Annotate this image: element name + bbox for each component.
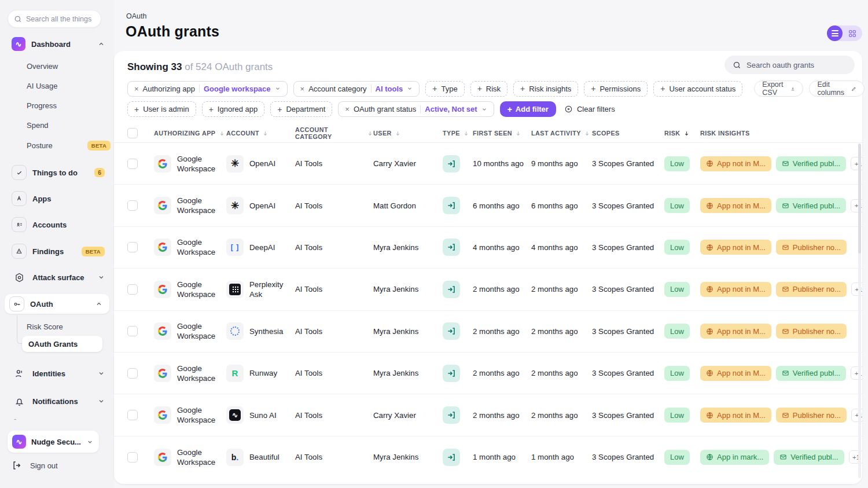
todo-count-badge: 6 [94,168,105,177]
filter-chip-oauth-grant-status[interactable]: × OAuth grant status Active, Not set [338,101,494,117]
column-header-account[interactable]: Account [226,130,295,137]
remove-filter-icon[interactable]: × [300,85,305,93]
row-checkbox[interactable] [127,368,138,379]
sidebar-item-findings[interactable]: Findings BETA [0,243,114,260]
table-row[interactable]: Google Workspace [ ] DeepAI AI Tools Myr… [114,227,862,269]
sidebar-item-things-to-do[interactable]: Things to do 6 [0,164,114,181]
authorizing-app-logo-icon [154,322,171,340]
remove-filter-icon[interactable]: × [134,85,139,93]
column-header-scopes[interactable]: Scopes [592,130,664,137]
add-filter-chip-department[interactable]: +Department [270,101,332,117]
filter-chip-authorizing-app[interactable]: × Authorizing app Google workspace [127,81,288,97]
beta-badge: BETA [87,141,111,151]
sidebar-item-attack-surface[interactable]: Attack surface [0,269,114,286]
vertical-scrollbar[interactable] [858,144,861,478]
sidebar-item-overview[interactable]: Overview [27,57,108,75]
sidebar-item-oauth-grants[interactable]: OAuth Grants [22,336,102,352]
table-row[interactable]: Google Workspace Perplexity Ask AI Tools… [114,269,862,310]
global-search-input[interactable] [26,15,93,23]
table-search-input[interactable] [746,61,839,69]
add-filter-chip-permissions[interactable]: +Permissions [584,81,648,97]
select-all-checkbox[interactable] [127,128,138,138]
sidebar-item-notifications[interactable]: Notifications [0,392,114,410]
add-filter-chip-user-account-status[interactable]: +User account status [653,81,742,97]
sidebar-item-identities[interactable]: Identities [0,365,114,382]
sign-out-icon [12,460,22,471]
page-title: OAuth grants [126,23,219,40]
column-header-user[interactable]: User [373,130,443,137]
beta-badge: BETA [82,247,105,256]
table-row[interactable]: Google Workspace ✳ OpenAI AI Tools Matt … [114,185,862,226]
user-name: Myra Jenkins [373,368,443,378]
add-filter-button[interactable]: +Add filter [500,101,556,117]
authorizing-app-name: Google Workspace [177,196,222,215]
row-checkbox[interactable] [127,242,138,252]
risk-insight-badge: App not in M... [700,366,771,381]
chevron-up-icon [98,41,105,47]
row-checkbox[interactable] [127,326,138,336]
account-name: Beautiful [249,452,279,462]
scopes-granted: 3 Scopes Granted [592,369,664,377]
add-filter-chip-risk-insights[interactable]: +Risk insights [513,81,578,97]
export-csv-button[interactable]: Export CSV [754,80,803,97]
row-checkbox[interactable] [127,284,138,295]
sidebar-item-progress[interactable]: Progress [27,97,108,114]
row-checkbox[interactable] [127,452,138,463]
key-icon [9,296,24,311]
risk-insights: App not in M...Publisher no... [700,324,854,339]
table-row[interactable]: Google Workspace b. Beautiful AI Tools M… [114,436,862,478]
account-name: Runway [249,368,277,378]
sort-down-icon [515,130,521,137]
table-row[interactable]: Google Workspace Synthesia AI Tools Myra… [114,311,862,353]
row-checkbox[interactable] [127,410,138,420]
sidebar-item-oauth[interactable]: OAuth [5,294,109,314]
sidebar-item-ai-usage[interactable]: AI Usage [27,77,108,94]
sidebar-item-apps[interactable]: Apps [0,190,114,207]
list-view-button[interactable] [827,25,843,41]
sign-out-button[interactable]: Sign out [12,460,58,471]
add-filter-chip-risk[interactable]: +Risk [470,81,507,97]
scopes-granted: 3 Scopes Granted [592,411,664,420]
add-filter-chip-ignored-app[interactable]: +Ignored app [202,101,265,117]
filter-chip-account-category[interactable]: × Account category AI tools [293,81,420,97]
grid-view-button[interactable] [843,29,862,38]
table-row[interactable]: Google Workspace R Runway AI Tools Myra … [114,353,862,394]
risk-insight-badge: Verified publ... [776,198,846,213]
sign-in-type-icon [443,197,460,214]
org-switcher[interactable]: ∿ Nudge Secu... [8,431,99,453]
row-checkbox[interactable] [127,200,138,211]
sidebar-item-spend[interactable]: Spend [27,116,108,134]
add-filter-chip-user-is-admin[interactable]: +User is admin [127,101,196,117]
first-seen: 2 months ago [473,327,531,336]
sign-in-type-icon [443,406,460,424]
bell-icon [12,396,27,407]
column-header-first-seen[interactable]: First seen [473,130,531,137]
sidebar-item-dashboard[interactable]: ∿ Dashboard [0,35,114,53]
remove-filter-icon[interactable]: × [345,105,350,113]
sidebar-item-posture[interactable]: Posture BETA [27,137,105,154]
sidebar-item-risk-score[interactable]: Risk Score [27,318,108,335]
column-header-account-category[interactable]: Account category [295,126,373,140]
authorizing-app-name: Google Workspace [177,280,222,299]
column-header-type[interactable]: Type [443,130,473,137]
last-activity: 2 months ago [531,411,592,420]
risk-insight-badge: Verified publ... [776,156,846,171]
row-checkbox[interactable] [127,159,138,169]
table-row[interactable]: Google Workspace ∿ Suno AI AI Tools Carr… [114,394,862,436]
global-search[interactable] [8,10,101,28]
column-header-risk[interactable]: Risk [664,130,700,137]
table-row[interactable]: Google Workspace ✳ OpenAI AI Tools Carry… [114,143,862,185]
edit-columns-button[interactable]: Edit columns [809,80,865,97]
add-filter-chip-type[interactable]: +Type [425,81,464,97]
download-icon [790,85,795,93]
risk-badge: Low [664,408,690,423]
clear-circle-icon [564,105,573,113]
column-header-authorizing-app[interactable]: Authorizing app [154,130,226,137]
clear-filters-button[interactable]: Clear filters [564,105,615,113]
table-search[interactable] [724,56,855,74]
user-name: Myra Jenkins [373,284,443,294]
authorizing-app-logo-icon [154,406,171,424]
sidebar-item-accounts[interactable]: Accounts [0,216,114,233]
column-header-risk-insights[interactable]: Risk insights [700,130,854,137]
column-header-last-activity[interactable]: Last activity [531,130,592,137]
